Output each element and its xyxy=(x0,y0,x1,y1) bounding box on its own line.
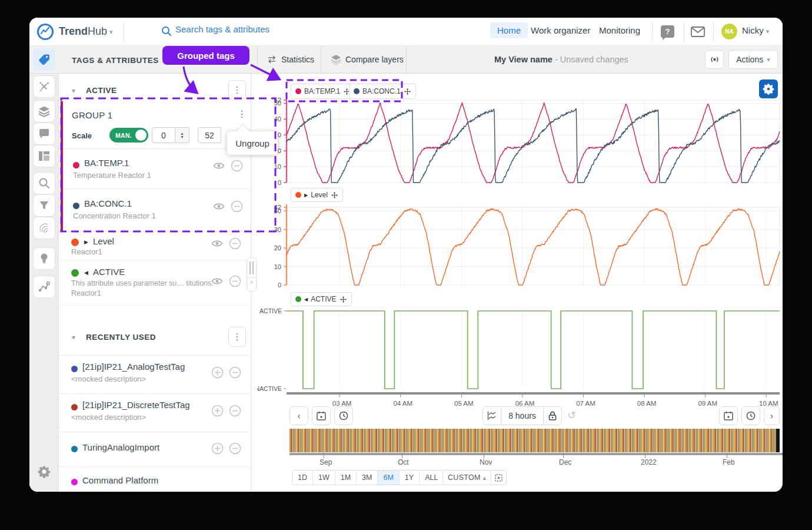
mail-icon[interactable] xyxy=(691,26,705,37)
custom-range-picker-button[interactable] xyxy=(491,471,506,485)
tag-row-active[interactable]: ◀ ACTIVE This attribute uses parameter s… xyxy=(59,260,251,303)
legend-label: ACTIVE xyxy=(311,295,336,303)
remove-icon[interactable] xyxy=(229,237,241,250)
timeline-axis[interactable] xyxy=(289,453,783,455)
visibility-icon[interactable] xyxy=(211,239,223,248)
remove-icon[interactable] xyxy=(229,442,241,455)
recently-used-chevron-down-icon[interactable]: ▾ xyxy=(72,333,75,342)
add-icon[interactable] xyxy=(211,366,224,379)
tag-row-ba-conc-1[interactable]: BA:CONC.1 Concentration Reactor 1 xyxy=(61,188,251,230)
range-1d[interactable]: 1D xyxy=(292,471,312,485)
rail-item-search[interactable] xyxy=(33,172,55,194)
avatar[interactable]: NA xyxy=(721,24,737,39)
layers-icon xyxy=(38,105,51,117)
user-chevron-down-icon: ▾ xyxy=(766,28,770,35)
panel-resize-handle[interactable]: × xyxy=(247,257,257,292)
search-input[interactable] xyxy=(175,24,352,34)
recent-row-analog-test-tag[interactable]: [21ip]IP21_AnalogTestTag <mocked descrip… xyxy=(59,356,251,393)
recent-row-command-platform[interactable]: Command Platform xyxy=(59,467,251,492)
legend-chip-active[interactable]: ◀ ACTIVE xyxy=(291,292,352,306)
tag-row-ba-temp-1[interactable]: BA:TEMP.1 Temperature Reactor 1 xyxy=(61,148,251,188)
range-1y[interactable]: 1Y xyxy=(399,471,419,485)
tab-tags-attributes[interactable]: TAGS & ATTRIBUTES xyxy=(72,56,159,65)
chart-level[interactable]: 42403020100 xyxy=(257,203,783,292)
comment-icon xyxy=(38,128,50,140)
move-icon[interactable] xyxy=(340,296,347,303)
rail-item-context[interactable] xyxy=(33,276,55,298)
recent-row-discrete-test-tag[interactable]: [21ip]IP21_DiscreteTestTag <mocked descr… xyxy=(59,394,251,432)
visibility-icon[interactable] xyxy=(211,277,223,286)
overview-minimap[interactable] xyxy=(289,429,780,452)
scale-min-input[interactable] xyxy=(152,127,175,143)
chart-temp-conc[interactable]: 5250403020100 xyxy=(257,94,783,190)
range-1m[interactable]: 1M xyxy=(335,471,356,485)
legend-chip-ba-temp-1[interactable]: BA:TEMP.1 xyxy=(291,84,355,99)
move-icon[interactable] xyxy=(404,88,411,95)
svg-text:30: 30 xyxy=(274,226,281,233)
chart-active[interactable]: ACTIVEINACTIVE03 AM04 AM05 AM06 AM07 AM0… xyxy=(257,305,783,415)
legend-label: BA:CONC.1 xyxy=(362,87,401,95)
range-all[interactable]: ALL xyxy=(419,471,443,485)
timeline-month: Sep xyxy=(320,458,332,466)
add-icon[interactable] xyxy=(211,442,224,455)
svg-text:0: 0 xyxy=(278,281,281,289)
tag-name: [21ip]IP21_AnalogTestTag xyxy=(82,362,185,372)
gear-icon xyxy=(38,465,51,478)
remove-icon[interactable] xyxy=(229,366,241,379)
collapse-panel-icon[interactable]: × xyxy=(247,278,256,286)
rail-item-recommendations[interactable] xyxy=(33,247,55,270)
active-section-chevron-down-icon[interactable]: ▾ xyxy=(72,87,75,95)
live-mode-button[interactable] xyxy=(705,50,724,69)
range-6m[interactable]: 6M xyxy=(377,471,398,485)
rail-item-tags-active[interactable] xyxy=(33,48,55,71)
rail-item-calculations[interactable] xyxy=(33,75,55,98)
search-icon xyxy=(38,177,50,189)
timeline-tick xyxy=(402,453,402,458)
rail-item-filter[interactable] xyxy=(33,194,55,217)
remove-icon[interactable] xyxy=(229,405,241,417)
actions-button[interactable]: Actions▾ xyxy=(728,50,778,69)
custom-range-button[interactable]: CUSTOM ▴ xyxy=(443,473,491,482)
help-icon[interactable]: ? xyxy=(661,25,674,38)
tag-row-level[interactable]: ▶ Level Reactor1 xyxy=(59,231,251,260)
nav-item-home[interactable]: Home xyxy=(490,22,528,38)
lightbulb-icon xyxy=(39,253,49,264)
visibility-icon[interactable] xyxy=(213,202,225,211)
recent-row-turing-analog-import[interactable]: TuringAnalogImport xyxy=(59,432,251,466)
ungroup-menu-item[interactable]: Ungroup xyxy=(227,131,278,155)
group-menu-button[interactable]: ⋮ xyxy=(232,107,251,121)
rail-item-comments[interactable] xyxy=(33,122,55,145)
range-1w[interactable]: 1W xyxy=(312,471,335,485)
nav-item-monitoring[interactable]: Monitoring xyxy=(599,25,640,35)
legend-chip-level[interactable]: ▶ Level xyxy=(291,188,343,202)
remove-icon[interactable] xyxy=(231,200,243,213)
active-section-menu-button[interactable]: ⋮ xyxy=(228,80,246,100)
legend-chip-ba-conc-1[interactable]: BA:CONC.1 xyxy=(349,84,416,99)
scale-max-input[interactable] xyxy=(198,127,221,143)
scale-manual-toggle[interactable]: MAN. xyxy=(109,128,148,143)
visibility-icon[interactable] xyxy=(213,161,225,170)
remove-icon[interactable] xyxy=(231,160,243,172)
tag-icon xyxy=(38,53,51,66)
recently-used-title: RECENTLY USED xyxy=(86,333,156,342)
nav-item-work-organizer[interactable]: Work organizer xyxy=(531,25,590,35)
rail-item-fingerprint[interactable] xyxy=(33,217,55,239)
tab-statistics[interactable]: Statistics xyxy=(281,55,314,64)
move-icon[interactable] xyxy=(331,191,338,199)
remove-icon[interactable] xyxy=(229,275,241,287)
range-3m[interactable]: 3M xyxy=(356,471,377,485)
scale-min-stepper[interactable]: ▲▼ xyxy=(175,127,189,143)
recently-used-menu-button[interactable]: ⋮ xyxy=(228,327,246,347)
minimap-selection-handle[interactable] xyxy=(776,429,780,452)
tag-color-dot xyxy=(71,479,78,485)
add-icon[interactable] xyxy=(211,405,224,417)
user-menu[interactable]: Nicky ▾ xyxy=(742,25,769,35)
rail-item-layers[interactable] xyxy=(33,100,55,122)
rail-item-dashboard[interactable] xyxy=(33,145,55,167)
rail-item-settings[interactable] xyxy=(33,461,55,483)
brand-name: TrendHub xyxy=(59,25,107,38)
tab-compare-layers[interactable]: Compare layers xyxy=(345,55,404,64)
brand-chevron-down-icon[interactable]: ▾ xyxy=(109,28,113,36)
chart-settings-button[interactable] xyxy=(759,80,778,98)
brand-light: Hub xyxy=(88,25,107,37)
